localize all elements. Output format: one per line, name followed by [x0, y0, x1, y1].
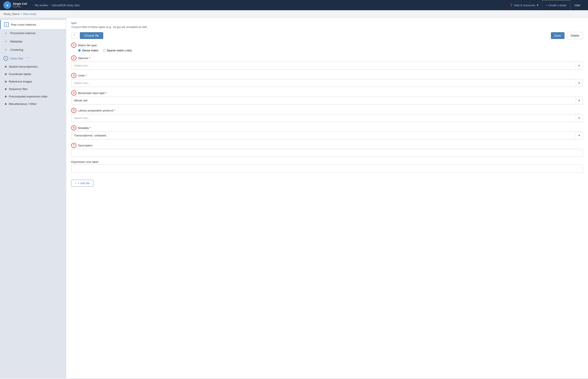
- dot-icon-misc: [5, 103, 7, 105]
- nav-upload-edit[interactable]: Upload/Edit study data: [52, 4, 80, 7]
- dense-matrix-radio[interactable]: [78, 49, 81, 52]
- matrix-file-type-label-row: 1 Matrix file type:: [71, 43, 583, 48]
- units-label-row: 3 Units *: [71, 73, 583, 78]
- library-label-row: 5 Library preparation protocol *: [71, 108, 583, 113]
- modality-label: Modality *: [78, 126, 91, 130]
- top-navigation: ◉ Single Cell PORTAL › My studies › Uplo…: [0, 0, 588, 10]
- save-button[interactable]: Save: [551, 32, 565, 39]
- content-panel: type. Gzipped files of these types (e.g.…: [66, 18, 588, 378]
- matrix-file-type-section: 1 Matrix file type: Dense matrix Sparse …: [71, 43, 583, 52]
- sidebar-item-misc[interactable]: Miscellaneous / Other: [0, 100, 66, 108]
- sidebar-item-spatial[interactable]: Spatial transcriptomics: [0, 63, 66, 70]
- help-icon: ❓: [509, 4, 513, 7]
- sidebar-item-raw-count-label: Raw count matrices: [11, 23, 36, 26]
- description-label-row: 7 Description: [71, 143, 583, 148]
- upload-row: ⌃ Choose file Save Delete: [71, 32, 583, 39]
- step-badge-3: 3: [71, 73, 76, 78]
- step-badge-4: 4: [71, 90, 76, 95]
- library-label: Library preparation protocol *: [78, 109, 115, 112]
- check-icon-clustering: ✓: [3, 48, 8, 52]
- select-divider: [576, 62, 576, 69]
- add-file-label: + Add file: [78, 182, 90, 185]
- expression-axis-label-row: Expression axis label: [71, 160, 583, 163]
- units-select-wrapper: Select one... ▼: [71, 79, 583, 87]
- create-study-button[interactable]: + Create a study: [542, 0, 570, 10]
- modality-select-wrapper: Transcriptomic: unbiased ▼: [71, 131, 583, 139]
- modality-label-row: 6 Modality *: [71, 125, 583, 130]
- breadcrumb: Study_Name / View study: [0, 10, 588, 18]
- matrix-file-type-label: Matrix file type:: [78, 44, 98, 47]
- collapse-icon: ⌃: [73, 34, 75, 37]
- description-label: Description: [78, 144, 93, 147]
- select-divider-library: [576, 114, 576, 122]
- add-file-icon: +: [75, 182, 77, 185]
- check-icon-metadata: ✓: [3, 39, 8, 44]
- sidebar-item-processed[interactable]: ✓ Processed matrices: [0, 29, 66, 37]
- units-select[interactable]: Select one...: [71, 79, 583, 87]
- logo-area[interactable]: ◉ Single Cell PORTAL: [3, 1, 27, 9]
- sparse-matrix-option[interactable]: Sparse matrix (.mtx): [103, 49, 132, 52]
- sidebar-item-sequence-label: Sequence files: [9, 87, 28, 91]
- step-badge-2: 2: [71, 55, 76, 61]
- sidebar-item-reference[interactable]: Reference images: [0, 78, 66, 85]
- sidebar-item-clustering[interactable]: ✓ Clustering: [0, 46, 66, 54]
- sidebar-item-raw-count[interactable]: 1 Raw count matrices: [0, 20, 66, 29]
- sidebar-item-precomputed[interactable]: Precomputed expression stats: [0, 93, 66, 100]
- step-badge-7: 7: [71, 143, 76, 148]
- modality-select[interactable]: Transcriptomic: unbiased: [71, 132, 583, 139]
- matrix-type-radio-group: Dense matrix Sparse matrix (.mtx): [78, 49, 583, 52]
- info-text-type: type.: [71, 21, 583, 25]
- species-select[interactable]: Select one...: [71, 62, 583, 69]
- add-file-button[interactable]: + + Add file: [71, 180, 93, 187]
- units-section: 3 Units * Select one... ▼ Select one...: [71, 73, 583, 87]
- biosample-select-wrapper: Whole cell ▼: [71, 96, 583, 104]
- collapse-button[interactable]: ⌃: [71, 33, 77, 39]
- choose-file-button[interactable]: Choose file: [80, 32, 103, 39]
- expression-axis-label: Expression axis label: [71, 160, 98, 163]
- sidebar-item-sequence[interactable]: Sequence files: [0, 85, 66, 93]
- sidebar: 1 Raw count matrices ✓ Processed matrice…: [0, 18, 66, 378]
- biosample-label-row: 4 Biosample input type *: [71, 90, 583, 95]
- sidebar-item-spatial-label: Spatial transcriptomics: [9, 65, 38, 68]
- library-select[interactable]: Select one...: [71, 114, 583, 122]
- expression-axis-input[interactable]: [71, 165, 583, 173]
- sidebar-item-coordinate[interactable]: Coordinate labels: [0, 70, 66, 78]
- dense-matrix-option[interactable]: Dense matrix: [78, 49, 99, 52]
- species-label: Species *: [78, 57, 90, 60]
- chevron-up-icon: ⌃: [26, 57, 29, 60]
- select-divider-modality: [576, 132, 576, 139]
- gzip-link[interactable]: Gzipped: [71, 25, 82, 29]
- check-icon-processed: ✓: [3, 31, 8, 35]
- sidebar-item-clustering-label: Clustering: [10, 48, 23, 51]
- plus-icon: +: [546, 4, 547, 7]
- dot-icon-sequence: [5, 88, 7, 90]
- dense-matrix-label: Dense matrix: [82, 49, 99, 52]
- step-badge-5: 5: [71, 108, 76, 113]
- biosample-select[interactable]: Whole cell: [71, 97, 583, 104]
- plus-circle-icon: +: [3, 56, 8, 61]
- step-badge-6: 6: [71, 125, 76, 130]
- breadcrumb-study-name: Study_Name: [3, 12, 19, 16]
- delete-button[interactable]: Delete: [567, 32, 583, 39]
- sidebar-item-precomputed-label: Precomputed expression stats: [9, 95, 48, 98]
- user-menu-button[interactable]: User: [570, 0, 585, 10]
- species-select-wrapper: Select one... ▼: [71, 62, 583, 69]
- species-label-row: 2 Species *: [71, 55, 583, 61]
- sidebar-item-misc-label: Miscellaneous / Other: [9, 102, 37, 106]
- sidebar-item-coordinate-label: Coordinate labels: [9, 72, 31, 76]
- description-section: 7 Description: [71, 143, 583, 157]
- help-resources-button[interactable]: ❓ Help & resources ▼: [506, 0, 542, 10]
- other-files-section-header[interactable]: + Other files ⌃: [0, 54, 66, 63]
- species-section: 2 Species * Select one... ▼ Select one..…: [71, 55, 583, 69]
- breadcrumb-view-study[interactable]: View study: [23, 12, 36, 16]
- sidebar-item-metadata[interactable]: ✓ Metadata: [0, 37, 66, 46]
- nav-my-studies[interactable]: My studies: [35, 4, 48, 7]
- breadcrumb-separator: /: [21, 12, 21, 16]
- nav-separator-1: ›: [33, 3, 34, 7]
- dot-icon-precomputed: [5, 96, 7, 97]
- nav-separator-2: ›: [49, 3, 50, 7]
- sparse-matrix-radio[interactable]: [103, 49, 106, 52]
- dot-icon-coordinate: [5, 73, 7, 75]
- description-input[interactable]: [71, 149, 583, 157]
- dot-icon-reference: [5, 81, 7, 82]
